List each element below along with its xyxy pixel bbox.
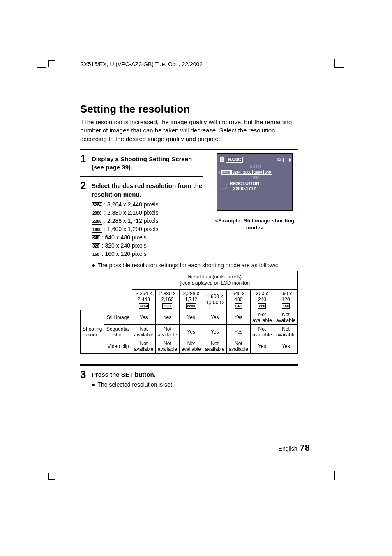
table-row: Shooting mode Still image Yes Yes Yes Ye… — [81, 310, 298, 324]
intro-paragraph: If the resolution is increased, the imag… — [80, 118, 298, 143]
cell: Yes — [227, 324, 251, 339]
cell: Yes — [203, 310, 227, 324]
res-icon: 2288 — [186, 303, 196, 309]
step-1: 1 Display a Shooting Setting Screen (see… — [80, 153, 203, 174]
lcd-res-bar: 2288 3264 2880 1600 640 — [218, 170, 290, 175]
step3-note: ● The selected resolution is set. — [92, 381, 298, 388]
lcd-res-opt: 640 — [263, 170, 272, 175]
step-2: 2 Select the desired resolution from the… — [80, 180, 203, 259]
content-area: Setting the resolution If the resolution… — [80, 103, 298, 392]
bullet-icon: ● — [92, 381, 95, 388]
res-text: : 1,600 x 1,200 pixels — [104, 226, 158, 232]
page: SX515/EX, U (VPC-AZ3 GB) Tue. Oct., 22/2… — [0, 0, 392, 556]
lcd-res-text: RESOLUTION 2288×1712 — [230, 181, 259, 191]
resolution-table: Resolution (units: pixels) [Icon display… — [80, 271, 298, 354]
crop-mark-bl — [37, 471, 46, 480]
page-footer: English 78 — [279, 442, 310, 453]
table-head: Resolution (units: pixels) [Icon display… — [132, 271, 297, 289]
res-text: : 160 x 120 pixels — [102, 250, 147, 257]
col-head: 320 x240320 — [250, 289, 274, 310]
col-head: 3,264 x2,4483264 — [132, 289, 156, 310]
lcd-res-opt: 3264 — [231, 170, 242, 175]
row-group: Shooting mode — [81, 310, 104, 353]
step-number: 2 — [80, 180, 92, 191]
cell: Yes — [179, 324, 203, 339]
row-label: Still image — [104, 310, 132, 324]
crop-mark-br — [334, 471, 344, 480]
lcd-line1: RESOLUTION — [230, 181, 259, 186]
col-head: 1,600 x1,200 Ö — [203, 289, 227, 310]
cell: Not available — [132, 339, 156, 353]
res-icon: 160 — [92, 252, 100, 257]
resolution-list: 3264: 3,264 x 2,448 pixels 2880: 2,880 x… — [92, 201, 203, 257]
col-head: 640 x480640 — [227, 289, 251, 310]
res-item: 2880: 2,880 x 2,160 pixels — [92, 209, 203, 216]
table-row: Video clip Not available Not available N… — [81, 339, 298, 353]
crop-mark-tl — [37, 59, 46, 68]
lcd-caption: <Example: Still image shooting mode> — [212, 218, 298, 232]
lcd-res-opt: 2288 — [221, 170, 231, 175]
divider — [80, 149, 298, 150]
cell: Not available — [132, 324, 156, 339]
cell: Yes — [156, 310, 180, 324]
res-text: : 2,288 x 1,712 pixels — [104, 218, 158, 224]
res-text: : 320 x 240 pixels — [102, 242, 147, 249]
res-icon: 640 — [92, 235, 100, 241]
cell: Yes — [274, 339, 298, 353]
header-text: SX515/EX, U (VPC-AZ3 GB) Tue. Oct., 22/2… — [80, 61, 203, 67]
lcd-modetag: E — [220, 157, 224, 162]
cell: Not available — [203, 339, 227, 353]
step2-note: ● The possible resolution settings for e… — [92, 262, 298, 269]
res-icon: 320 — [258, 303, 266, 309]
step-title: Display a Shooting Setting Screen (see p… — [92, 155, 203, 172]
lcd-res-opt: 1600 — [253, 170, 263, 175]
bullet-icon: ● — [92, 262, 95, 269]
res-item: 320: 320 x 240 pixels — [92, 242, 203, 249]
battery-icon — [283, 158, 290, 162]
cell: Not available — [250, 310, 274, 324]
arrow-left-icon — [218, 170, 220, 174]
res-icon: 1600 — [92, 227, 102, 233]
divider — [80, 176, 203, 177]
res-text: : 3,264 x 2,448 pixels — [104, 201, 158, 208]
timer-icon — [221, 183, 227, 189]
row-label: Sequential shot — [104, 324, 132, 339]
cell: Not available — [156, 324, 180, 339]
res-icon: 160 — [282, 303, 290, 309]
note-text: The selected resolution is set. — [97, 381, 173, 388]
res-icon: 3264 — [139, 303, 149, 309]
res-icon: 2880 — [162, 303, 172, 309]
cell: Not available — [274, 310, 298, 324]
lcd-count: 12 — [277, 157, 282, 162]
cell: Yes — [250, 339, 274, 353]
res-item: 1600: 1,600 x 1,200 pixels — [92, 226, 203, 233]
note-text: The possible resolution settings for eac… — [97, 262, 278, 269]
lcd-res-opt: 2880 — [242, 170, 253, 175]
res-icon: 320 — [92, 243, 100, 249]
lcd-line2: 2288×1712 — [233, 186, 256, 191]
res-text: : 640 x 480 pixels — [102, 234, 147, 241]
cell: Yes — [132, 310, 156, 324]
footer-lang: English — [279, 445, 297, 452]
res-icon: 2880 — [92, 211, 102, 216]
step-number: 1 — [80, 153, 92, 164]
cell: Not available — [274, 324, 298, 339]
col-head: 2,288 x1,7122288 — [179, 289, 203, 310]
lcd-basic-label: BASIC — [226, 157, 243, 163]
res-item: 160: 160 x 120 pixels — [92, 250, 203, 257]
row-label: Video clip — [104, 339, 132, 353]
col-head: 160 x120160 — [274, 289, 298, 310]
res-item: 2288: 2,288 x 1,712 pixels — [92, 218, 203, 225]
res-icon: 3264 — [92, 202, 102, 208]
cell: Not available — [156, 339, 180, 353]
res-text: : 2,880 x 2,160 pixels — [104, 209, 158, 216]
step-title: Press the SET button. — [92, 371, 298, 379]
lcd-battery: 12 — [277, 157, 290, 162]
cell: Not available — [227, 339, 251, 353]
res-icon: 2288 — [92, 219, 102, 225]
divider — [80, 364, 298, 366]
cell: Not available — [250, 324, 274, 339]
cell: Not available — [179, 339, 203, 353]
res-item: 640: 640 x 480 pixels — [92, 234, 203, 241]
step-3: 3 Press the SET button. ● The selected r… — [80, 369, 298, 390]
